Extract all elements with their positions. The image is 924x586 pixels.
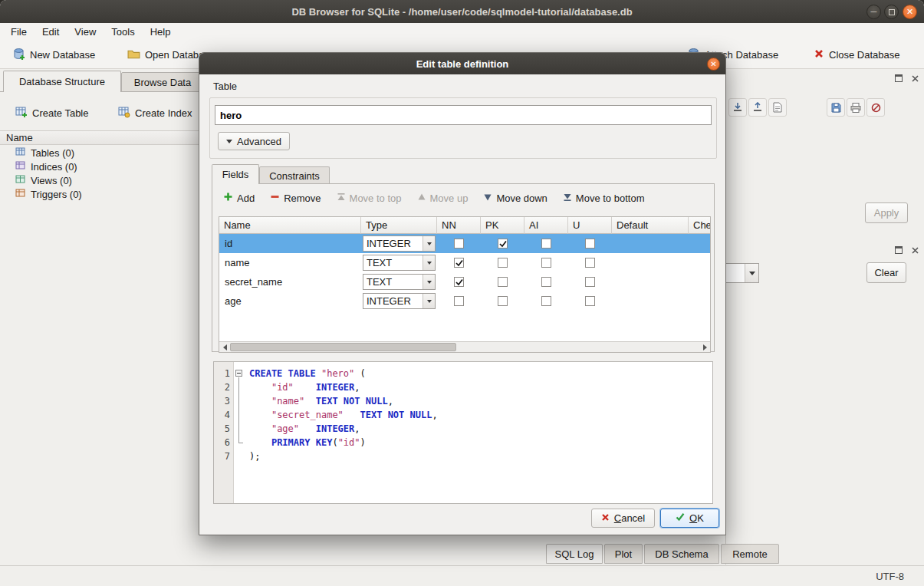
- check-cell[interactable]: [689, 253, 711, 272]
- sql-line: "name" TEXT NOT NULL,: [249, 394, 712, 408]
- horizontal-scrollbar[interactable]: [219, 341, 710, 352]
- move-up-button[interactable]: Move up: [409, 188, 476, 208]
- scroll-right-icon[interactable]: [699, 342, 710, 352]
- pk-cell: [481, 234, 524, 253]
- type-combobox[interactable]: INTEGER: [363, 235, 436, 252]
- dock2-close-icon[interactable]: [909, 244, 921, 256]
- plus-icon: [223, 192, 233, 204]
- nn-checkbox[interactable]: [454, 296, 464, 306]
- u-checkbox[interactable]: [585, 277, 595, 287]
- pk-checkbox[interactable]: [498, 258, 508, 268]
- field-row-name[interactable]: name TEXT: [219, 253, 710, 272]
- close-icon[interactable]: ✕: [903, 5, 917, 19]
- field-name-cell[interactable]: name: [219, 253, 361, 272]
- sql-line: PRIMARY KEY("id"): [249, 436, 712, 449]
- ai-checkbox[interactable]: [541, 296, 551, 306]
- nn-checkbox[interactable]: [454, 277, 464, 287]
- nn-cell: [437, 234, 481, 253]
- field-row-secret-name[interactable]: secret_name TEXT: [219, 272, 710, 291]
- u-checkbox[interactable]: [585, 258, 595, 268]
- nn-checkbox[interactable]: [454, 258, 464, 268]
- field-row-age[interactable]: age INTEGER: [219, 291, 710, 311]
- menu-help[interactable]: Help: [143, 25, 179, 39]
- move-to-top-button[interactable]: Move to top: [329, 188, 409, 208]
- print-icon[interactable]: [847, 98, 865, 117]
- col-header-pk: PK: [481, 217, 524, 234]
- tab-remote-label: Remote: [732, 548, 768, 560]
- tab-sql-log[interactable]: SQL Log: [546, 544, 603, 564]
- statusbar: UTF-8: [0, 565, 924, 586]
- pk-checkbox[interactable]: [498, 239, 508, 249]
- check-cell[interactable]: [689, 272, 711, 291]
- ai-checkbox[interactable]: [541, 239, 551, 249]
- ai-checkbox[interactable]: [541, 258, 551, 268]
- dock-float-icon[interactable]: [893, 72, 905, 84]
- remove-field-button[interactable]: Remove: [262, 188, 328, 208]
- tab-fields[interactable]: Fields: [212, 164, 259, 184]
- tab-plot[interactable]: Plot: [604, 544, 643, 564]
- null-icon[interactable]: [866, 98, 885, 117]
- encoding-indicator[interactable]: UTF-8: [876, 571, 904, 582]
- new-database-button[interactable]: New Database: [6, 44, 101, 66]
- col-header-u: U: [568, 217, 612, 234]
- tab-db-schema[interactable]: DB Schema: [644, 544, 719, 564]
- nn-checkbox[interactable]: [454, 239, 464, 249]
- dock2-float-icon[interactable]: [893, 244, 905, 256]
- default-cell[interactable]: [612, 253, 689, 272]
- check-cell[interactable]: [689, 291, 711, 311]
- field-type-cell: INTEGER: [361, 234, 437, 253]
- menu-view[interactable]: View: [67, 25, 104, 39]
- scroll-left-icon[interactable]: [219, 342, 230, 352]
- create-table-button[interactable]: Create Table: [9, 103, 94, 123]
- type-combobox[interactable]: INTEGER: [363, 293, 436, 309]
- default-cell[interactable]: [612, 291, 689, 311]
- fold-collapse-icon[interactable]: [235, 370, 242, 377]
- menu-tools[interactable]: Tools: [104, 25, 142, 39]
- advanced-button[interactable]: Advanced: [218, 132, 290, 150]
- move-up-icon: [417, 193, 426, 204]
- add-field-button[interactable]: Add: [215, 188, 262, 208]
- check-cell[interactable]: [689, 234, 711, 253]
- tab-remote[interactable]: Remote: [721, 544, 779, 564]
- export-icon[interactable]: [748, 98, 767, 117]
- ai-checkbox[interactable]: [541, 277, 551, 287]
- field-name-cell[interactable]: age: [219, 291, 361, 311]
- save-icon[interactable]: [827, 98, 845, 117]
- default-cell[interactable]: [612, 234, 689, 253]
- close-database-button[interactable]: Close Database: [807, 44, 906, 66]
- import-icon[interactable]: [728, 98, 747, 117]
- u-checkbox[interactable]: [585, 239, 595, 249]
- dialog-close-icon[interactable]: ✕: [707, 58, 720, 71]
- apply-button[interactable]: Apply: [865, 202, 908, 223]
- tab-browse-data[interactable]: Browse Data: [121, 72, 204, 92]
- sql-preview[interactable]: 1 2 3 4 5 6 7 CREATE TABLE "hero" ( "id"…: [213, 361, 713, 504]
- u-checkbox[interactable]: [585, 296, 595, 306]
- type-combobox[interactable]: TEXT: [363, 255, 436, 271]
- field-row-id[interactable]: id INTEGER: [219, 234, 710, 253]
- fold-column[interactable]: [234, 362, 245, 503]
- maximize-icon[interactable]: [884, 5, 899, 19]
- menu-file[interactable]: File: [3, 25, 35, 39]
- default-cell[interactable]: [612, 272, 689, 291]
- move-to-bottom-button[interactable]: Move to bottom: [555, 188, 653, 208]
- field-name-cell[interactable]: secret_name: [219, 272, 361, 291]
- ok-button[interactable]: OK: [660, 509, 719, 528]
- move-down-button[interactable]: Move down: [475, 188, 554, 208]
- advanced-label: Advanced: [237, 136, 281, 147]
- dock-close-icon[interactable]: [909, 72, 921, 84]
- type-combobox[interactable]: TEXT: [363, 274, 436, 290]
- pk-checkbox[interactable]: [498, 296, 508, 306]
- field-name-cell[interactable]: id: [219, 234, 361, 253]
- window-titlebar: DB Browser for SQLite - /home/user/code/…: [0, 0, 924, 23]
- cancel-button[interactable]: Cancel: [591, 509, 655, 528]
- clear-button[interactable]: Clear: [866, 262, 906, 283]
- create-index-button[interactable]: Create Index: [112, 103, 198, 123]
- tab-database-structure[interactable]: Database Structure: [3, 71, 121, 92]
- scrollbar-thumb[interactable]: [230, 343, 456, 351]
- pk-checkbox[interactable]: [498, 277, 508, 287]
- table-name-input[interactable]: [215, 105, 712, 125]
- tab-constraints[interactable]: Constraints: [259, 166, 330, 184]
- minimize-icon[interactable]: ─: [866, 5, 881, 19]
- menu-edit[interactable]: Edit: [35, 25, 67, 39]
- document-icon[interactable]: [768, 98, 787, 117]
